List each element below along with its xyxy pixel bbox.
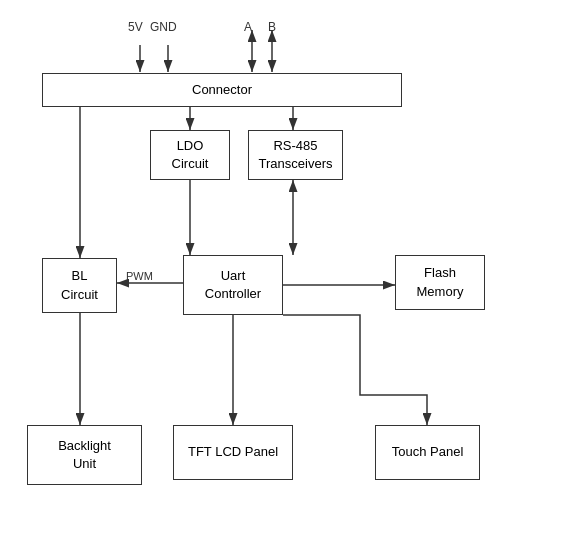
uart-box: UartController [183, 255, 283, 315]
tft-label: TFT LCD Panel [188, 443, 278, 461]
label-5v: 5V [128, 20, 143, 34]
pwm-label: PWM [126, 270, 153, 282]
label-gnd: GND [150, 20, 177, 34]
bl-circuit-label: BLCircuit [61, 267, 98, 303]
connector-box: Connector [42, 73, 402, 107]
label-b: B [268, 20, 276, 34]
flash-box: FlashMemory [395, 255, 485, 310]
touch-label: Touch Panel [392, 443, 464, 461]
block-diagram: 5V GND A B Connector LDOCircuit RS-485Tr… [0, 0, 576, 540]
rs485-label: RS-485Transceivers [259, 137, 333, 173]
tft-box: TFT LCD Panel [173, 425, 293, 480]
connector-label: Connector [192, 81, 252, 99]
backlight-box: BacklightUnit [27, 425, 142, 485]
ldo-label: LDOCircuit [172, 137, 209, 173]
rs485-box: RS-485Transceivers [248, 130, 343, 180]
bl-circuit-box: BLCircuit [42, 258, 117, 313]
ldo-box: LDOCircuit [150, 130, 230, 180]
flash-label: FlashMemory [417, 264, 464, 300]
label-a: A [244, 20, 252, 34]
touch-box: Touch Panel [375, 425, 480, 480]
uart-label: UartController [205, 267, 261, 303]
backlight-label: BacklightUnit [58, 437, 111, 473]
